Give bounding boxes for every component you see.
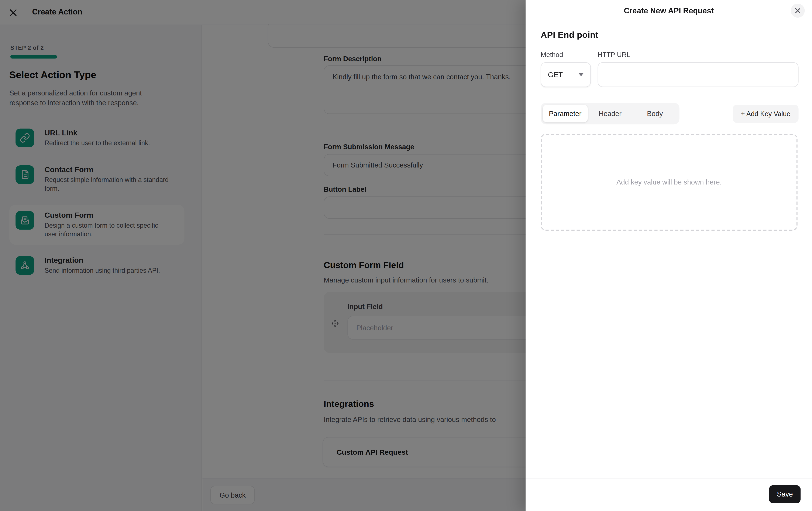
panel-title: Create New API Request <box>526 6 812 15</box>
create-api-request-panel: Create New API Request API End point Met… <box>526 0 812 511</box>
tab-body[interactable]: Body <box>633 105 677 123</box>
close-panel-button[interactable] <box>791 4 805 18</box>
key-value-empty-state: Add key value will be shown here. <box>541 134 798 231</box>
modal-dim-overlay[interactable] <box>0 0 526 511</box>
create-action-screen: Create Action STEP 2 of 2 Select Action … <box>0 0 812 511</box>
close-icon <box>795 8 801 14</box>
request-part-tabs: Parameter Header Body <box>541 103 679 124</box>
tab-header[interactable]: Header <box>587 105 632 123</box>
method-value: GET <box>548 71 563 79</box>
http-url-label: HTTP URL <box>598 51 630 59</box>
save-button[interactable]: Save <box>769 485 801 503</box>
http-url-input[interactable] <box>598 62 799 87</box>
tab-label: Header <box>599 110 621 117</box>
chevron-down-icon <box>578 73 583 76</box>
method-label: Method <box>541 51 563 59</box>
api-endpoint-heading: API End point <box>541 30 599 41</box>
add-key-value-button[interactable]: + Add Key Value <box>733 105 799 123</box>
panel-header-divider <box>526 23 812 23</box>
tab-label: Body <box>647 110 663 117</box>
method-select[interactable]: GET <box>541 62 591 87</box>
panel-footer-divider <box>526 478 812 479</box>
tab-parameter[interactable]: Parameter <box>543 105 587 123</box>
tab-label: Parameter <box>549 110 582 117</box>
empty-state-text: Add key value will be shown here. <box>616 178 722 186</box>
